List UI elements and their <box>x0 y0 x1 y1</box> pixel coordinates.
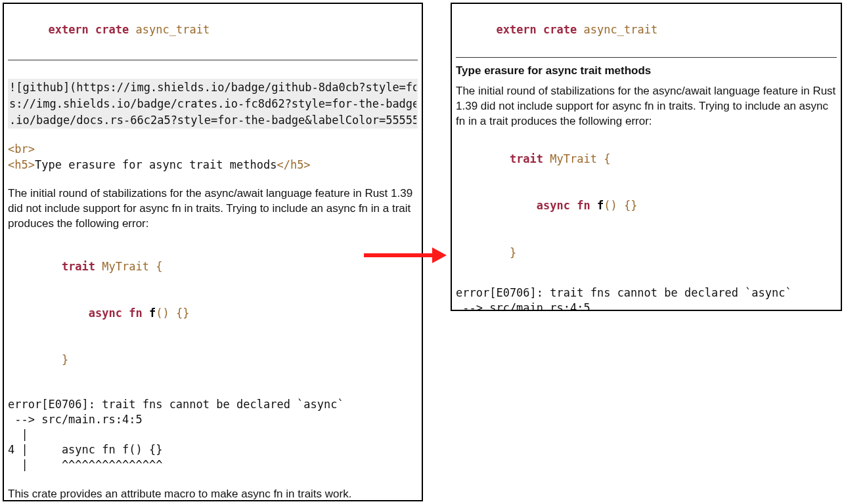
trait-code-block: trait MyTrait { async fn f() {} } <box>456 136 837 276</box>
rendered-panel: extern crate async_trait Type erasure fo… <box>451 3 842 311</box>
intro-paragraph: The initial round of stabilizations for … <box>8 186 418 232</box>
source-panel: extern crate async_trait ![github](https… <box>3 3 423 501</box>
badge-markdown-block: ![github](https://img.shields.io/badge/g… <box>8 79 418 129</box>
badge-line-1: ![github](https://img.shields.io/badge/g… <box>9 79 416 96</box>
badge-line-3: .io/badge/docs.rs-66c2a5?style=for-the-b… <box>9 112 416 129</box>
badge-line-2: s://img.shields.io/badge/crates.io-fc8d6… <box>9 96 416 112</box>
h5-close-tag: </h5> <box>277 158 310 171</box>
br-tag-1: <br> <box>8 142 418 158</box>
kw-crate: crate <box>95 23 129 36</box>
macro-paragraph: This crate provides an attribute macro t… <box>8 487 418 501</box>
header-code-line: extern crate async_trait <box>456 7 837 53</box>
id-async-trait: async_trait <box>584 23 658 36</box>
intro-paragraph: The initial round of stabilizations for … <box>456 84 837 129</box>
divider <box>456 57 837 58</box>
compiler-error-block: error[E0706]: trait fns cannot be declar… <box>8 397 418 472</box>
h5-open-tag: <h5> <box>8 158 35 171</box>
section-heading: Type erasure for async trait methods <box>456 64 837 77</box>
kw-extern: extern <box>48 23 88 36</box>
arrow-icon <box>364 245 451 265</box>
h5-text: Type erasure for async trait methods <box>35 158 277 171</box>
kw-extern: extern <box>496 23 536 36</box>
id-async-trait: async_trait <box>136 23 210 36</box>
comparison-stage: extern crate async_trait ![github](https… <box>0 0 844 504</box>
h5-source-line: <h5>Type erasure for async trait methods… <box>8 158 418 173</box>
kw-crate: crate <box>543 23 577 36</box>
divider <box>8 60 418 60</box>
compiler-error-block: error[E0706]: trait fns cannot be declar… <box>456 285 837 311</box>
trait-code-block: trait MyTrait { async fn f() {} } <box>8 243 418 384</box>
header-code-line: extern crate async_trait <box>8 7 418 53</box>
